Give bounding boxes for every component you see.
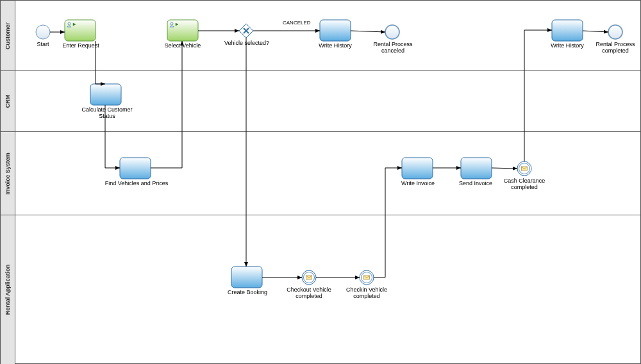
- label-write-history-1: Write History: [312, 43, 358, 49]
- label-calc-status: Calculate Customer Status: [75, 107, 139, 120]
- label-end-canceled: Rental Process canceled: [368, 42, 418, 54]
- label-end-completed: Rental Process completed: [590, 42, 640, 54]
- label-write-history-2: Write History: [544, 43, 590, 49]
- label-find-vehicles: Find Vehicles and Prices: [104, 181, 169, 187]
- lane-crm: CRM: [1, 71, 641, 132]
- label-cash-clearance: Cash Clearance completed: [497, 178, 551, 191]
- lane-label: Customer: [4, 22, 11, 49]
- label-select-vehicle: Select Vehicle: [160, 43, 206, 49]
- label-write-invoice: Write Invoice: [395, 181, 440, 187]
- label-start: Start: [29, 42, 56, 48]
- label-checkout: Checkout Vehicle completed: [283, 287, 335, 300]
- lane-customer: Customer: [1, 1, 641, 71]
- lane-header-rental: Rental Application: [1, 215, 15, 364]
- label-send-invoice: Send Invoice: [453, 181, 498, 187]
- lane-invoice: Invoice System: [1, 132, 641, 215]
- lane-label: CRM: [4, 95, 11, 108]
- bpmn-canvas: Customer CRM Invoice System Rental Appli…: [0, 0, 641, 364]
- lane-label: Rental Application: [4, 265, 11, 315]
- lane-header-customer: Customer: [1, 1, 15, 70]
- lane-header-crm: CRM: [1, 71, 15, 131]
- label-enter-request: Enter Request: [58, 43, 103, 49]
- label-create-booking: Create Booking: [222, 290, 273, 296]
- lane-header-invoice: Invoice System: [1, 132, 15, 215]
- label-checkin: Checkin Vehicle completed: [340, 287, 393, 300]
- lane-label: Invoice System: [4, 153, 11, 195]
- label-gateway: Vehicle selected?: [221, 40, 272, 47]
